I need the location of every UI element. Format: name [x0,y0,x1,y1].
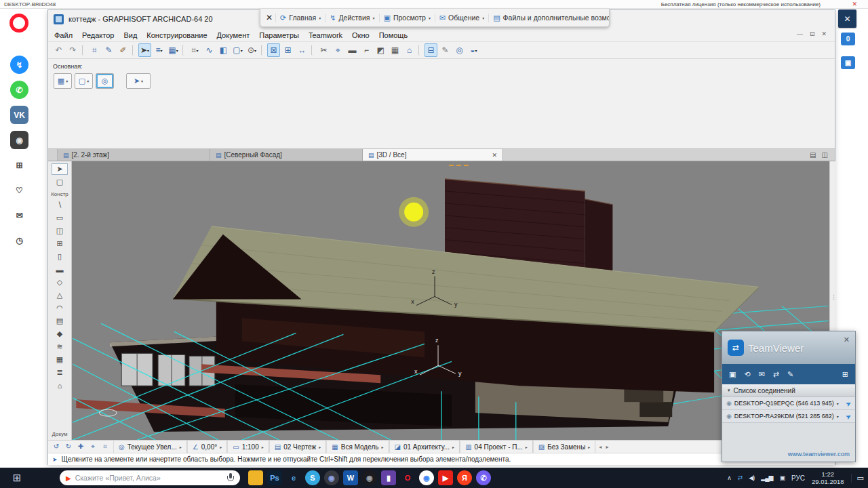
toolbar-icon[interactable]: ↶ [52,43,65,57]
view-nav-icon[interactable]: ⌖ [87,443,98,451]
sidebar-app-icon[interactable]: ♡ [10,181,28,199]
connection-row[interactable]: ◉ DESKTOP-Q19EPQC (546 413 945) ▾ ➤ [722,397,855,410]
toolbar-icon[interactable]: ▬ [346,43,359,57]
sidebar-app-icon[interactable]: ⊞ [10,156,28,174]
sidebar-app-icon[interactable]: VK [10,106,28,124]
tray-icon[interactable]: ◀) [749,474,754,481]
menu-item[interactable]: Вид [119,30,142,40]
taskbar-app-icon[interactable]: O [400,470,415,485]
toolbox-tool[interactable]: ⌂ [52,380,68,391]
taskbar-app-icon[interactable]: ◉ [362,470,377,485]
toolbar-icon[interactable]: ▢▾ [231,43,244,57]
view-nav-icon[interactable]: ↻ [63,443,74,451]
sidebar-app-icon[interactable]: ◉ [10,131,28,149]
quick-option-button[interactable]: ➤▾ [126,73,151,89]
edge-button[interactable]: ▣ [841,56,855,69]
connections-list-header[interactable]: ▾ Список соединений [722,384,855,397]
view-tab[interactable]: ▤ [2. 2-й этаж] [58,149,210,161]
quick-option-button[interactable]: ▦▾ [54,73,72,89]
toolbar-icon[interactable]: ✐ [117,43,130,57]
menu-item[interactable]: Помощь [374,30,413,40]
toolbox-tool[interactable]: ▭ [52,212,68,224]
toolbox-tool[interactable]: ➤ [52,163,68,175]
toolbar-icon[interactable]: ⌗▾ [189,43,201,57]
toolbox-tool[interactable]: ▯ [52,251,68,262]
toolbar-icon[interactable]: ≡▾ [153,43,165,57]
panel-tool-icon[interactable]: ⊞ [842,370,848,379]
quick-option-segment[interactable]: ◪ 01 Архитекту... ▸ [389,441,460,453]
3d-viewport[interactable]: z x y z x y [72,161,829,440]
view-nav-icon[interactable]: ⌗ [100,443,111,451]
toolbar-icon[interactable]: ✎ [439,43,452,57]
menu-item[interactable]: Параметры [254,30,304,40]
toolbox-tool[interactable]: ∖ [52,199,68,211]
tab-bar-tool-icon[interactable]: ▤ [810,151,816,159]
quick-option-segment[interactable]: ▦ Вся Модель ▸ [326,441,389,453]
taskbar-app-icon[interactable]: e [286,470,301,485]
language-indicator[interactable]: РУС [791,474,805,482]
panel-tool-icon[interactable]: ✉ [759,370,765,379]
banner-close-icon[interactable]: ✕ [852,1,857,7]
tray-icon[interactable]: ▂▄▆ [761,474,772,481]
toolbar-icon[interactable] [182,45,186,56]
toolbar-icon[interactable]: ▦▾ [167,43,180,57]
menu-item[interactable]: Конструирование [142,30,212,40]
taskbar-app-icon[interactable]: W [343,470,358,485]
toolbox-tool[interactable]: ▬ [52,264,68,275]
toolbar-icon[interactable]: ◩ [374,43,387,57]
menu-item[interactable]: Teamwork [304,30,347,40]
quick-option-segment[interactable]: ▥ 04 Проект - П... ▸ [460,441,533,453]
toolbar-icon[interactable]: ✂ [317,43,330,57]
microphone-icon[interactable] [227,473,234,483]
opera-icon[interactable] [9,14,28,33]
teamviewer-website-link[interactable]: www.teamviewer.com [788,450,850,458]
taskbar-app-icon[interactable]: Ps [267,470,282,485]
toolbar-icon[interactable]: ⌖ [332,43,344,57]
sidebar-app-icon[interactable]: ✆ [10,81,28,99]
toolbar-icon[interactable]: ◒▾ [467,43,480,57]
teamviewer-menu-item[interactable]: ▣ Просмотр ▾ [379,14,435,22]
toolbox-tool[interactable]: ◇ [52,277,68,288]
bar-scroll-arrows[interactable]: ◂ ▸ [595,444,613,450]
panel-tool-icon[interactable]: ⇄ [773,370,779,379]
quick-option-button[interactable]: ▢▾ [75,73,93,89]
teamviewer-menu-item[interactable]: ↯ Действия ▾ [325,14,378,22]
tray-icon[interactable]: ⇄ [738,474,743,481]
panel-tool-icon[interactable]: ▣ [729,370,736,379]
yandex-search-box[interactable]: ▶ Скажите «Привет, Алиса» [60,470,240,485]
sidebar-app-icon[interactable]: ↯ [10,56,28,74]
toolbox-tool[interactable]: ▤ [52,315,68,327]
toolbar-icon[interactable]: ➤▾ [138,43,151,57]
sidebar-app-icon[interactable]: ◷ [10,231,28,249]
overlay-close-button[interactable]: ✕ [838,9,856,28]
view-tab[interactable]: ▤ [Северный Фасад] [210,149,363,161]
quick-option-segment[interactable]: ▤ 02 Чертеж ▸ [269,441,327,453]
toolbar-icon[interactable] [261,45,264,56]
toolbar-icon[interactable]: ⌗ [88,43,101,57]
view-tab[interactable]: ▤ [3D / Все] ✕ [363,149,503,161]
teamviewer-menu-item[interactable]: ▤ Файлы и дополнительные возможности ▾ [488,14,610,22]
toolbar-icon[interactable]: ⊙▾ [245,43,258,57]
quick-option-segment[interactable]: ◎ Текущее Увел... ▸ [113,441,187,453]
edge-button[interactable]: 0 [841,33,855,45]
panel-tool-icon[interactable]: ✎ [787,370,793,379]
sidebar-app-icon[interactable]: ✉ [10,206,28,224]
tray-icon[interactable]: ▣ [780,474,785,481]
window-control-icon[interactable]: — [797,30,803,37]
toolbar-icon[interactable] [82,45,85,56]
menu-item[interactable]: Окно [347,30,374,40]
taskbar-app-icon[interactable]: ✆ [476,470,491,485]
panel-tool-icon[interactable]: ⟲ [744,370,750,379]
toolbox-tool[interactable]: ◠ [52,302,68,314]
toolbar-icon[interactable]: ∿ [203,43,216,57]
toolbar-icon[interactable]: ⌐ [360,43,373,57]
toolbar-icon[interactable]: ⊞ [281,43,294,57]
quick-option-button[interactable]: ◎ [96,73,114,89]
tab-close-icon[interactable]: ✕ [492,152,497,159]
toolbar-icon[interactable]: ◧ [217,43,230,57]
connect-arrow-icon[interactable]: ➤ [844,399,852,408]
taskbar-app-icon[interactable] [248,470,263,485]
panel-close-icon[interactable]: ✕ [844,336,850,344]
toolbar-icon[interactable] [311,45,315,56]
toolbox-tool[interactable]: △ [52,289,68,301]
